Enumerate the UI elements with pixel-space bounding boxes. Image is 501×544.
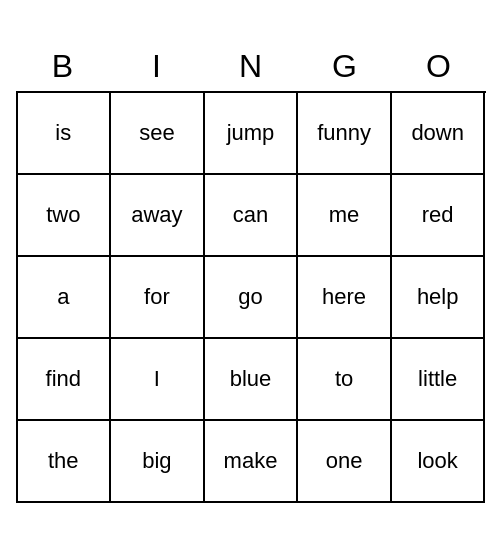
bingo-cell: go [205,257,299,339]
bingo-cell: little [392,339,486,421]
bingo-cell: for [111,257,205,339]
bingo-cell: see [111,93,205,175]
bingo-cell: the [18,421,112,503]
bingo-row: thebigmakeonelook [18,421,486,503]
bingo-row: findIbluetolittle [18,339,486,421]
bingo-card: BINGO isseejumpfunnydowntwoawaycanmereda… [16,42,486,503]
bingo-cell: can [205,175,299,257]
bingo-cell: two [18,175,112,257]
bingo-cell: find [18,339,112,421]
bingo-row: isseejumpfunnydown [18,93,486,175]
bingo-header: BINGO [16,42,486,91]
bingo-row: aforgoherehelp [18,257,486,339]
bingo-cell: to [298,339,392,421]
header-letter: N [204,42,298,91]
bingo-cell: is [18,93,112,175]
bingo-cell: help [392,257,486,339]
bingo-cell: I [111,339,205,421]
header-letter: O [392,42,486,91]
bingo-cell: jump [205,93,299,175]
bingo-cell: a [18,257,112,339]
bingo-cell: down [392,93,486,175]
bingo-cell: blue [205,339,299,421]
header-letter: G [298,42,392,91]
bingo-cell: away [111,175,205,257]
header-letter: B [16,42,110,91]
bingo-cell: funny [298,93,392,175]
bingo-cell: look [392,421,486,503]
bingo-grid: isseejumpfunnydowntwoawaycanmeredaforgoh… [16,91,486,503]
bingo-cell: red [392,175,486,257]
bingo-cell: here [298,257,392,339]
bingo-cell: me [298,175,392,257]
bingo-cell: make [205,421,299,503]
bingo-cell: big [111,421,205,503]
bingo-row: twoawaycanmered [18,175,486,257]
header-letter: I [110,42,204,91]
bingo-cell: one [298,421,392,503]
